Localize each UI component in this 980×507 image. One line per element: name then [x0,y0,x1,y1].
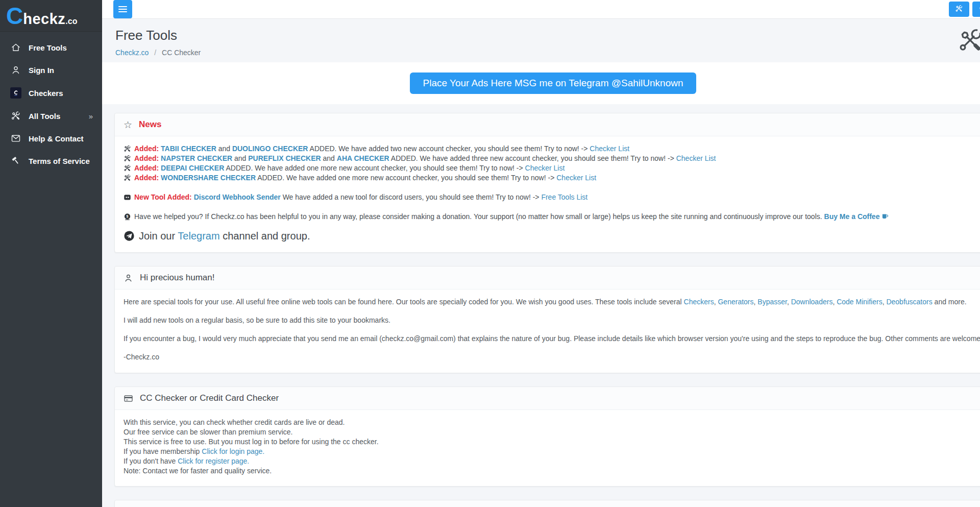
news-card: ☆ News Added: TABII CHECKER and DUOLINGO… [114,113,980,253]
login-page-link[interactable]: Click for login page. [202,447,264,455]
free-tools-list-link[interactable]: Free Tools List [541,193,587,201]
sidebar-item-label: Checkers [29,89,63,98]
news-text: ADDED. We have added one more new accoun… [256,174,556,182]
greeting-text: Here are special tools for your use. All… [124,298,684,306]
content-header: Free Tools Checkz.co / CC Checker [102,19,980,62]
discord-webhook-link[interactable]: Discord Webhook Sender [194,193,281,201]
topbar [102,0,980,19]
buy-me-a-coffee-link[interactable]: Buy Me a Coffee [824,212,880,221]
checker-list-link[interactable]: Checker List [556,174,596,182]
gavel-icon [9,156,22,166]
discord-icon [124,194,131,201]
register-page-link[interactable]: Click for register page. [178,457,249,465]
ads-banner-button[interactable]: Place Your Ads Here MSG me on Telegram @… [410,73,696,94]
user-icon [124,273,133,283]
downloaders-link[interactable]: Downloaders [791,298,833,306]
greeting-card-title: Hi precious human! [140,273,214,283]
ad-banner-band: Place Your Ads Here MSG me on Telegram @… [102,62,980,104]
sidebar-item-sign-in[interactable]: Sign In [0,59,102,81]
tools-icon [124,174,131,182]
sidebar-item-terms[interactable]: Terms of Service [0,150,102,172]
checker-list-link[interactable]: Checker List [590,144,629,153]
news-card-title: News [139,119,161,130]
tools-illustration-icon [957,27,980,57]
news-item: Added: WONDERSHARE CHECKER ADDED. We hav… [124,173,980,183]
cc-info-line: Our free service can be slower than prem… [124,427,980,437]
new-tool-item: New Tool Added: Discord Webhook Sender W… [124,192,980,202]
added-label: Added: [134,154,161,162]
telegram-icon [124,230,135,242]
bypasser-link[interactable]: Bypasser [757,298,787,306]
sidebar-item-free-tools[interactable]: Free Tools [0,36,102,59]
sidebar-item-label: All Tools [29,112,60,120]
cc-checker-card-body: With this service, you can check whether… [115,410,980,486]
checkers-link[interactable]: Checkers [684,298,714,306]
telegram-link[interactable]: Telegram [178,230,219,242]
checker-link[interactable]: DEEPAI CHECKER [161,164,224,172]
news-item: Added: NAPSTER CHECKER and PUREFLIX CHEC… [124,154,980,163]
greeting-signature: -Checkz.co [124,352,980,361]
new-tool-label: New Tool Added: [134,193,194,201]
svg-text:$: $ [127,214,129,219]
cc-info-line: If you don't have Click for register pag… [124,456,980,466]
greeting-card: Hi precious human! Here are special tool… [114,266,980,373]
sidebar-item-help-contact[interactable]: Help & Contact [0,127,102,150]
news-text: and [216,144,232,153]
checkers-logo-icon [9,87,22,99]
added-label: Added: [134,164,161,172]
news-item: Added: TABII CHECKER and DUOLINGO CHECKE… [124,144,980,154]
coffee-mug-icon [881,213,889,221]
news-text: ADDED. We have added three new account c… [389,154,676,162]
checker-link[interactable]: TABII CHECKER [161,144,216,153]
greeting-paragraph: Here are special tools for your use. All… [124,297,980,306]
sidebar-item-label: Sign In [29,66,54,75]
code-minifiers-link[interactable]: Code Minifiers [837,298,882,306]
donation-item: $Have we helped you? If Checkz.co has be… [124,212,980,222]
added-label: Added: [134,144,161,153]
greeting-card-header: Hi precious human! [115,267,980,289]
sidebar-item-checkers[interactable]: Checkers [0,81,102,105]
tools-icon [124,145,131,153]
home-icon [9,42,22,53]
checker-list-link[interactable]: Checker List [525,164,565,172]
greeting-card-body: Here are special tools for your use. All… [115,289,980,373]
sidebar-item-label: Free Tools [29,43,67,52]
donate-icon: $ [124,213,131,221]
menu-toggle-button[interactable] [113,0,132,18]
sidebar: Checkz.co Free Tools Sign In Checkers [0,0,102,507]
sidebar-item-label: Terms of Service [29,157,90,165]
sidebar-item-all-tools[interactable]: All Tools » [0,105,102,127]
tools-icon [9,111,22,121]
telegram-text: channel and group. [220,230,310,242]
news-text: We have added a new tool for discord use… [281,193,542,201]
checker-list-link[interactable]: Checker List [676,154,716,162]
search-button[interactable] [972,2,980,17]
generator-card: ☆ Credit Card Generator [114,500,980,507]
checker-link[interactable]: NAPSTER CHECKER [161,154,232,162]
checker-link[interactable]: WONDERSHARE CHECKER [161,174,256,182]
greeting-text: and more. [933,298,967,306]
checker-link[interactable]: AHA CHECKER [337,154,389,162]
cc-info-line: With this service, you can check whether… [124,418,980,427]
telegram-text: Join our [139,230,178,242]
generator-card-header: ☆ Credit Card Generator [115,500,980,507]
breadcrumb-separator: / [154,49,156,57]
checker-link[interactable]: PUREFLIX CHECKER [248,154,321,162]
news-text: and [321,154,337,162]
brand-logo[interactable]: Checkz.co [0,0,102,31]
chevron-double-right-icon: » [89,112,93,120]
brand-tld: .co [65,17,77,26]
tools-icon [124,164,131,172]
cc-info-line: This service is free to use. But you mus… [124,437,980,447]
cc-text: If you have membership [124,447,202,455]
brand-name: heckz [23,11,65,28]
tools-button[interactable] [949,2,969,17]
breadcrumb-home-link[interactable]: Checkz.co [115,49,149,57]
sidebar-item-label: Help & Contact [29,134,84,143]
checker-link[interactable]: DUOLINGO CHECKER [232,144,308,153]
main-column: Free Tools Checkz.co / CC Checker Place … [102,0,980,507]
hamburger-icon [118,6,127,7]
generators-link[interactable]: Generators [718,298,753,306]
deobfuscators-link[interactable]: Deobfuscators [886,298,932,306]
news-card-body: Added: TABII CHECKER and DUOLINGO CHECKE… [115,136,980,252]
